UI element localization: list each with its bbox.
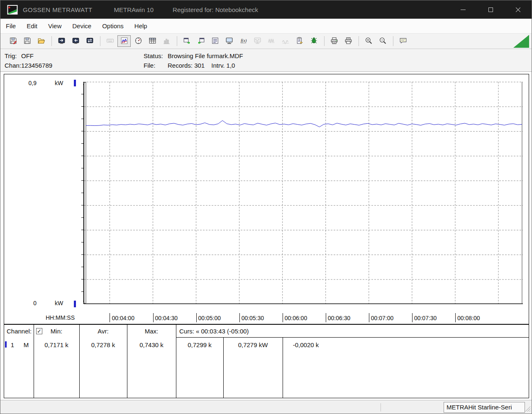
histogram-display-button: [160, 35, 173, 47]
row-cursor2-value: 0,7279 kW: [223, 341, 283, 348]
toolbar-separator: [393, 36, 393, 46]
copy-export-button[interactable]: [293, 35, 306, 47]
table-divider: [127, 325, 127, 398]
floppy-icon: [23, 37, 31, 46]
corner-logo-triangle: [513, 35, 529, 48]
metrawin-window: GOSSEN METRAWATT METRAwin 10 Registered …: [0, 0, 532, 414]
zoom-in-button[interactable]: [362, 35, 375, 47]
zoom-out-icon: [379, 37, 387, 46]
app-title: METRAwin 10: [114, 6, 154, 13]
annotation-button[interactable]: [396, 35, 410, 47]
monitor-icon: [225, 37, 233, 46]
x-tick-label: 00:04:00: [110, 313, 134, 322]
row-cursor-delta-value: -0,0020 k: [283, 341, 329, 348]
minimize-icon: [461, 10, 466, 10]
window-arrow-right-icon: [183, 37, 191, 46]
row-avr-value: 0,7278 k: [79, 341, 127, 348]
bug-icon: [310, 37, 318, 46]
x-tick-label: 00:04:30: [153, 313, 178, 322]
zoom-out-button[interactable]: [376, 35, 389, 47]
table-divider: [79, 325, 80, 398]
toolbar-separator: [359, 36, 359, 46]
row-min-value: 0,7171 k: [34, 341, 79, 348]
zoom-in-icon: [365, 37, 373, 46]
maximize-button[interactable]: [477, 0, 504, 19]
menu-file[interactable]: File: [0, 19, 21, 33]
status-bar: METRAHit Starline-Seri: [0, 400, 532, 414]
export-window-button[interactable]: [180, 35, 193, 47]
print-setup-button[interactable]: [342, 35, 355, 47]
chan-value: 123456789: [21, 62, 52, 69]
statusbar-divider: [381, 403, 381, 412]
open-file-button[interactable]: [34, 35, 48, 47]
gauge-icon: [134, 37, 142, 46]
clipboard-icon: [296, 37, 304, 46]
titlebar: GOSSEN METRAWATT METRAwin 10 Registered …: [0, 0, 532, 19]
save-button[interactable]: [6, 35, 20, 47]
y-min-unit: kW: [55, 300, 63, 306]
status-label: Status:: [144, 52, 168, 59]
folder-open-icon: [37, 37, 45, 46]
toolbar-separator: [177, 36, 177, 46]
header-cursor: Curs: « 00:03:43 (-05:00): [179, 328, 304, 335]
resize-grip[interactable]: [525, 406, 531, 414]
row-max-value: 0,7430 k: [127, 341, 176, 348]
print-button[interactable]: [327, 35, 341, 47]
minimize-button[interactable]: [449, 0, 477, 19]
menu-help[interactable]: Help: [129, 19, 153, 33]
device-in-icon: [72, 37, 80, 46]
x-axis-caption: HH:MM:SS: [46, 314, 75, 321]
toolbar: f(x): [0, 34, 532, 49]
x-tick-label: 00:06:30: [326, 313, 351, 322]
wave-b-button: [279, 35, 292, 47]
trig-label: Trig:: [5, 52, 21, 59]
live-wave-button: [251, 35, 264, 47]
y-min-marker: [74, 301, 76, 307]
brand-title: GOSSEN METRAWATT: [23, 6, 93, 13]
meter-display-button[interactable]: [132, 35, 145, 47]
monitor-button[interactable]: [222, 35, 236, 47]
menu-device[interactable]: Device: [67, 19, 97, 33]
y-max-marker: [74, 80, 76, 86]
formula-button[interactable]: f(x): [237, 35, 250, 47]
header-min: Min:: [34, 328, 79, 335]
histogram-icon: [163, 37, 171, 46]
device-receive-button[interactable]: [69, 35, 82, 47]
numeric-display-button: [103, 35, 117, 47]
x-tick-label: 00:05:30: [239, 313, 264, 322]
menubar: File Edit View Device Options Help: [0, 19, 532, 34]
close-button[interactable]: [504, 0, 532, 19]
measurement-table: Channel: Min: Avr: Max: Curs: « 00:03:43…: [4, 325, 529, 398]
menu-edit[interactable]: Edit: [21, 19, 43, 33]
device-name-panel: METRAHit Starline-Seri: [444, 402, 525, 413]
printer-page-icon: [344, 37, 352, 46]
chart-display-button[interactable]: [117, 35, 131, 47]
import-window-button[interactable]: [194, 35, 207, 47]
file-label: File:: [144, 62, 168, 69]
chart-plot-area[interactable]: [81, 82, 525, 305]
x-tick-label: 00:06:00: [283, 313, 307, 322]
menu-options[interactable]: Options: [97, 19, 129, 33]
x-tick-label: 00:07:00: [369, 313, 394, 322]
save-data-button[interactable]: [20, 35, 34, 47]
debug-button[interactable]: [307, 35, 320, 47]
content-box: 0,9 kW 0 kW HH:MM:SS 00:04:0000:04:3000:…: [4, 74, 529, 398]
table-divider: [176, 325, 176, 398]
device-transfer-button[interactable]: [83, 35, 96, 47]
chan-label: Chan:: [5, 62, 21, 69]
device-out-icon: [58, 37, 66, 46]
table-display-button[interactable]: [146, 35, 159, 47]
status-panel: Trig: OFF Chan: 123456789 Status: Browsi…: [0, 49, 532, 72]
toolbar-separator: [324, 36, 325, 46]
chart-area: 0,9 kW 0 kW HH:MM:SS 00:04:0000:04:3000:…: [0, 72, 532, 400]
menu-view[interactable]: View: [43, 19, 67, 33]
registration-text: Registered for: Notebookcheck: [173, 6, 258, 13]
fx-icon: f(x): [239, 37, 247, 46]
device-send-button[interactable]: [55, 35, 68, 47]
wave-sparse-icon: [282, 37, 290, 46]
data-list-button[interactable]: [208, 35, 222, 47]
close-icon: [515, 7, 521, 12]
toolbar-separator: [51, 36, 52, 46]
line-chart-icon: [120, 37, 128, 46]
app-logo-icon: [7, 5, 18, 15]
